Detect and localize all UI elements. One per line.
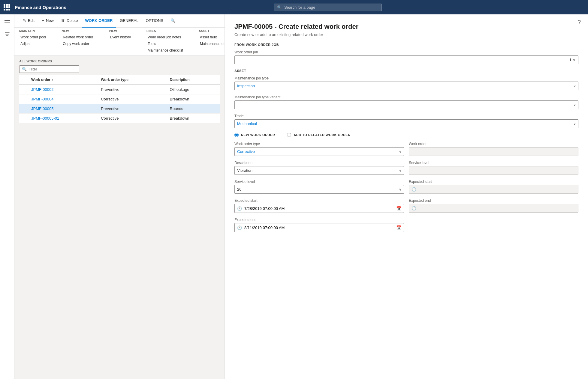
calendar-icon[interactable]: 📅 — [396, 206, 401, 211]
row-desc: Oil leakage — [167, 85, 220, 94]
service-level-select[interactable]: 20 10 30 — [234, 185, 404, 194]
description-select[interactable]: Vibration Breakdown Oil leakage — [234, 166, 404, 175]
wo-job-input[interactable] — [235, 56, 567, 64]
trade-select[interactable]: Mechanical Electrical Civil — [234, 119, 578, 128]
row-type: Corrective — [98, 114, 167, 123]
row-type: Preventive — [98, 85, 167, 94]
asset-group-label: ASSET — [199, 29, 225, 33]
event-history-btn[interactable]: Event history — [109, 34, 132, 40]
service-level-left-label: Service level — [234, 180, 404, 184]
maint-job-type-label: Maintenance job type — [234, 76, 578, 80]
wo-job-notes-btn[interactable]: Work order job notes — [146, 34, 184, 40]
expected-end-right-label: Expected end — [409, 198, 578, 203]
clock-icon: 🕐 — [237, 206, 242, 211]
row-id[interactable]: JPMF-00002 — [28, 85, 98, 94]
tab-search[interactable]: 🔍 — [167, 14, 179, 28]
clock-icon-4: 🕐 — [412, 206, 416, 210]
adjust-btn[interactable]: Adjust — [19, 41, 47, 46]
asset-fault-btn[interactable]: Asset fault — [199, 34, 225, 40]
tab-new[interactable]: + New — [38, 14, 57, 28]
expected-start-right-wrap: 🕐 — [409, 185, 578, 194]
maint-job-type-select-wrap[interactable]: Inspection Corrective Preventive ∨ — [234, 82, 578, 90]
expected-end-right-wrap: 🕐 — [409, 204, 578, 213]
work-order-type-column-header[interactable]: Work order type — [98, 75, 167, 85]
trade-label: Trade — [234, 114, 578, 118]
row-check — [19, 114, 28, 123]
description-column-header[interactable]: Description — [167, 75, 220, 85]
radio-add-to-related-label: ADD TO RELATED WORK ORDER — [294, 133, 350, 137]
filter-icon[interactable] — [2, 29, 13, 40]
radio-add-to-related-input[interactable] — [287, 133, 291, 137]
clock-icon-3: 🕐 — [412, 187, 416, 192]
wo-type-select-wrap[interactable]: Corrective Preventive Inspection ∨ — [234, 147, 404, 156]
row-type: Corrective — [98, 94, 167, 104]
row-check — [19, 94, 28, 104]
hamburger-icon[interactable] — [2, 17, 13, 28]
svg-rect-1 — [5, 22, 10, 22]
wo-job-number: 1 ∨ — [567, 56, 578, 64]
related-work-order-btn[interactable]: Related work order — [62, 34, 94, 40]
maint-downtime-btn[interactable]: Maintenance dow... — [199, 41, 225, 46]
wo-right-label: Work order — [409, 142, 578, 146]
expected-end-input[interactable] — [244, 225, 394, 230]
asset-section-label: ASSET — [234, 69, 578, 73]
service-level-select-wrap[interactable]: 20 10 30 ∨ — [234, 185, 404, 194]
tab-work-order[interactable]: WORK ORDER — [82, 14, 116, 28]
tab-delete[interactable]: 🗑 Delete — [57, 14, 82, 28]
search-icon: 🔍 — [277, 5, 282, 10]
filter-search-icon: 🔍 — [22, 67, 27, 71]
description-label: Description — [234, 161, 404, 165]
radio-new-wo-label: NEW WORK ORDER — [241, 133, 275, 137]
app-title: Finance and Operations — [15, 5, 66, 10]
row-id[interactable]: JPMF-00005 — [28, 104, 98, 114]
all-work-orders-label: ALL WORK ORDERS — [19, 59, 220, 63]
tab-edit[interactable]: ✎ Edit — [19, 14, 38, 28]
wo-job-label: Work order job — [234, 50, 578, 54]
radio-new-wo-input[interactable] — [234, 133, 239, 137]
work-order-pool-btn[interactable]: Work order pool — [19, 34, 47, 40]
radio-new-wo[interactable]: NEW WORK ORDER — [234, 133, 275, 137]
radio-add-to-related[interactable]: ADD TO RELATED WORK ORDER — [287, 133, 350, 137]
svg-rect-2 — [5, 24, 10, 24]
check-column-header — [19, 75, 28, 85]
expected-start-input-wrap[interactable]: 🕐 📅 — [234, 204, 404, 213]
wo-job-chevron-icon: ∨ — [573, 58, 576, 62]
table-row[interactable]: JPMF-00005-01 Corrective Breakdown — [19, 114, 220, 123]
svg-rect-0 — [5, 20, 10, 21]
dialog-title: JPMF-00005 - Create related work order — [234, 23, 578, 31]
tab-general[interactable]: GENERAL — [116, 14, 142, 28]
expected-end-input-wrap[interactable]: 🕐 📅 — [234, 223, 404, 232]
maint-job-variant-select-wrap[interactable]: ∨ — [234, 100, 578, 109]
row-check — [19, 104, 28, 114]
row-id[interactable]: JPMF-00004 — [28, 94, 98, 104]
view-group-label: VIEW — [109, 29, 132, 33]
search-placeholder: Search for a page — [284, 5, 315, 10]
calendar-icon-2[interactable]: 📅 — [396, 225, 401, 230]
copy-work-order-btn[interactable]: Copy work order — [62, 41, 94, 46]
wo-job-input-wrap[interactable]: 1 ∨ — [234, 55, 578, 64]
trade-select-wrap[interactable]: Mechanical Electrical Civil ∨ — [234, 119, 578, 128]
expected-end-left-label: Expected end — [234, 218, 404, 222]
maint-job-variant-select[interactable] — [234, 100, 578, 109]
expected-end-right-input — [419, 206, 576, 210]
tools-btn[interactable]: Tools — [146, 41, 184, 46]
from-wo-section-label: FROM WORK ORDER JOB — [234, 43, 578, 46]
expected-start-input[interactable] — [244, 206, 394, 211]
filter-input-wrap[interactable]: 🔍 — [19, 65, 79, 73]
tab-options[interactable]: OPTIONS — [142, 14, 167, 28]
table-row[interactable]: JPMF-00005 Preventive Rounds — [19, 104, 220, 114]
table-row[interactable]: JPMF-00002 Preventive Oil leakage — [19, 85, 220, 94]
description-select-wrap[interactable]: Vibration Breakdown Oil leakage ∨ — [234, 166, 404, 175]
row-id[interactable]: JPMF-00005-01 — [28, 114, 98, 123]
wo-type-label: Work order type — [234, 142, 404, 146]
help-icon[interactable]: ? — [578, 19, 581, 25]
maint-checklist-btn[interactable]: Maintenance checklist — [146, 48, 184, 53]
maint-job-type-select[interactable]: Inspection Corrective Preventive — [234, 82, 578, 90]
filter-input[interactable] — [29, 67, 77, 71]
new-group-label: NEW — [62, 29, 94, 33]
work-order-column-header[interactable]: Work order ↑ — [28, 75, 98, 85]
table-row[interactable]: JPMF-00004 Corrective Breakdown — [19, 94, 220, 104]
wo-type-select[interactable]: Corrective Preventive Inspection — [234, 147, 404, 156]
grid-icon[interactable] — [4, 4, 10, 10]
search-bar[interactable]: 🔍 Search for a page — [274, 4, 382, 11]
